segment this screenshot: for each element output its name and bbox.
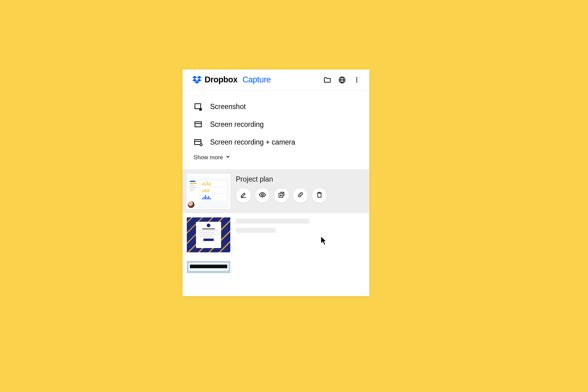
capture-thumbnail xyxy=(187,217,230,252)
capture-item-title: Project plan xyxy=(236,175,364,183)
edit-button[interactable] xyxy=(236,188,251,203)
app-logo: Dropbox Capture xyxy=(192,75,271,85)
more-vertical-icon[interactable] xyxy=(353,76,361,84)
capture-item-actions xyxy=(236,188,364,203)
svg-rect-14 xyxy=(194,140,201,145)
svg-point-18 xyxy=(262,194,263,196)
svg-marker-0 xyxy=(192,76,197,78)
header-actions xyxy=(323,76,361,84)
screen-recording-icon xyxy=(194,120,203,129)
dropbox-logo-icon xyxy=(192,75,202,85)
edit-icon xyxy=(240,191,247,199)
capture-item[interactable] xyxy=(183,213,369,257)
show-more-toggle[interactable]: Show more xyxy=(194,151,358,166)
capture-panel: Dropbox Capture xyxy=(183,70,369,296)
svg-point-16 xyxy=(200,144,202,146)
capture-item-body: Project plan xyxy=(236,174,364,203)
capture-option-screenshot[interactable]: Screenshot xyxy=(194,98,358,115)
capture-option-label: Screen recording xyxy=(210,120,264,129)
capture-item-body xyxy=(236,261,364,262)
capture-item-body xyxy=(236,217,364,237)
placeholder-line xyxy=(236,219,309,224)
delete-button[interactable] xyxy=(312,188,327,203)
capture-option-label: Screen recording + camera xyxy=(210,138,295,146)
placeholder-line xyxy=(236,228,276,233)
globe-icon[interactable] xyxy=(338,76,346,84)
copy-link-button[interactable] xyxy=(293,188,308,203)
capture-thumbnail xyxy=(187,261,230,273)
capture-option-recording[interactable]: Screen recording xyxy=(194,115,358,133)
screen-recording-camera-icon xyxy=(194,138,203,147)
add-to-collection-button[interactable] xyxy=(274,188,289,203)
capture-option-label: Screenshot xyxy=(210,103,246,111)
brand-name-primary: Dropbox xyxy=(205,75,238,85)
header: Dropbox Capture xyxy=(183,70,369,90)
capture-item[interactable] xyxy=(183,257,369,273)
svg-marker-1 xyxy=(197,76,202,78)
capture-option-recording-camera[interactable]: Screen recording + camera xyxy=(194,133,358,151)
presenter-avatar xyxy=(187,200,195,209)
trash-icon xyxy=(316,191,323,199)
view-button[interactable] xyxy=(255,188,270,203)
eye-icon xyxy=(259,191,266,200)
capture-thumbnail xyxy=(187,174,230,209)
chevron-down-icon xyxy=(225,154,230,161)
svg-rect-9 xyxy=(195,104,201,109)
folder-icon[interactable] xyxy=(323,76,331,84)
add-to-collection-icon xyxy=(278,191,285,199)
capture-options: Screenshot Screen recording Screen recor… xyxy=(183,90,369,169)
svg-rect-12 xyxy=(195,122,202,127)
svg-point-6 xyxy=(356,77,357,78)
screenshot-icon xyxy=(194,102,203,111)
captures-list: Project plan xyxy=(183,169,369,273)
show-more-label: Show more xyxy=(194,154,223,161)
link-icon xyxy=(297,191,304,199)
capture-item-project-plan[interactable]: Project plan xyxy=(183,170,369,213)
svg-point-7 xyxy=(356,79,357,80)
brand-name-secondary: Capture xyxy=(243,75,271,85)
svg-point-8 xyxy=(356,81,357,82)
